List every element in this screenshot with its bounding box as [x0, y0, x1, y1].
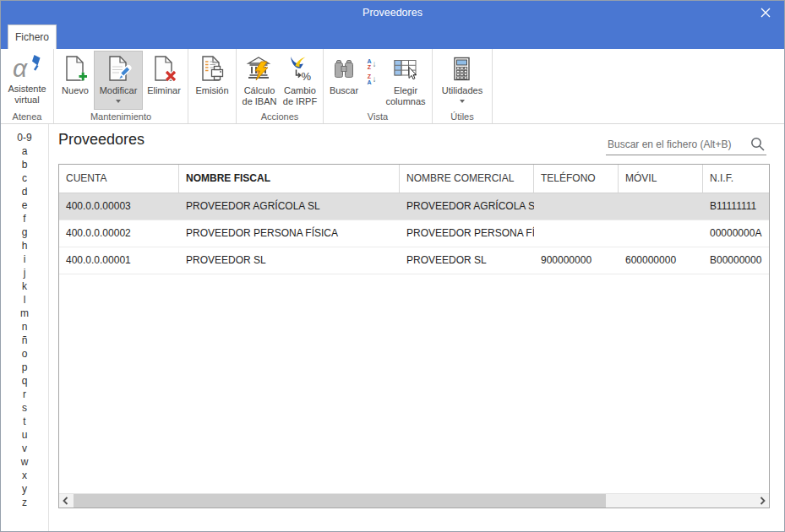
sort-ascending-button[interactable]: AZ ↓	[362, 57, 382, 71]
alphabet-item[interactable]: u	[1, 428, 48, 442]
column-header-telefono[interactable]: TELÉFONO	[534, 165, 619, 193]
cell-nombre-comercial: PROVEEDOR AGRÍCOLA SL	[400, 193, 534, 220]
bank-lightning-icon	[245, 53, 274, 85]
alphabet-item[interactable]: o	[1, 347, 48, 361]
document-x-icon	[150, 53, 178, 85]
cell-nombre-comercial: PROVEEDOR SL	[400, 247, 534, 274]
document-printer-icon	[198, 53, 226, 85]
cell-nif: 00000000A	[703, 220, 770, 247]
elegir-columnas-button[interactable]: Elegircolumnas	[382, 51, 429, 110]
cell-movil: 600000000	[619, 247, 703, 274]
alphabet-item[interactable]: 0-9	[1, 131, 48, 144]
chevron-left-icon	[63, 497, 69, 505]
alphabet-item[interactable]: n	[1, 320, 48, 334]
emision-button[interactable]: Emisión	[191, 51, 233, 110]
scroll-left-button[interactable]	[59, 494, 73, 508]
cell-telefono	[534, 193, 619, 220]
alphabet-item[interactable]: e	[1, 198, 48, 212]
table-header-row: CUENTA NOMBRE FISCAL NOMBRE COMERCIAL TE…	[59, 165, 769, 193]
table-row[interactable]: 400.0.0.00002 PROVEEDOR PERSONA FÍSICA P…	[59, 220, 769, 247]
column-header-cuenta[interactable]: CUENTA	[59, 165, 179, 193]
scroll-right-button[interactable]	[755, 494, 769, 508]
app-window: Proveedores Fichero α	[0, 0, 785, 532]
cell-telefono: 900000000	[534, 247, 619, 274]
horizontal-scrollbar[interactable]	[59, 493, 769, 508]
eliminar-button[interactable]: Eliminar	[143, 51, 185, 110]
search-icon	[750, 137, 765, 151]
cell-nif: B11111111	[703, 193, 770, 220]
utilidades-button[interactable]: Utilidades	[435, 51, 489, 110]
alphabet-item[interactable]: l	[1, 293, 48, 307]
column-header-nombre-fiscal[interactable]: NOMBRE FISCAL	[179, 165, 400, 193]
alphabet-item[interactable]: g	[1, 225, 48, 239]
alphabet-item[interactable]: b	[1, 158, 48, 171]
alphabet-item[interactable]: i	[1, 252, 48, 266]
column-header-movil[interactable]: MÓVIL	[619, 165, 703, 193]
alphabet-item[interactable]: ñ	[1, 334, 48, 347]
calculo-de-iban-button[interactable]: Cálculode IBAN	[239, 51, 280, 110]
scrollbar-track[interactable]	[73, 494, 755, 508]
cell-movil	[619, 193, 703, 220]
sort-buttons: AZ ↓ ZA ↓	[362, 51, 382, 86]
column-header-nombre-comercial[interactable]: NOMBRE COMERCIAL	[400, 165, 534, 193]
sort-descending-button[interactable]: ZA ↓	[362, 73, 382, 86]
alphabet-item[interactable]: p	[1, 361, 48, 374]
cell-nombre-comercial: PROVEEDOR PERSONA FÍSI...	[400, 220, 534, 247]
table-row[interactable]: 400.0.0.00003 PROVEEDOR AGRÍCOLA SL PROV…	[59, 193, 769, 220]
cell-nif: B00000000	[703, 247, 770, 274]
search-input[interactable]	[606, 138, 747, 151]
svg-text:%: %	[302, 70, 312, 83]
ribbon-group-utiles: Utilidades Útiles	[433, 49, 493, 123]
tab-strip: Fichero	[1, 24, 784, 49]
alphabet-item[interactable]: x	[1, 469, 48, 482]
document-pencil-icon	[104, 53, 133, 85]
alphabet-item[interactable]: c	[1, 171, 48, 185]
alphabet-item[interactable]: y	[1, 482, 48, 496]
alphabet-item[interactable]: d	[1, 185, 48, 198]
alphabet-item[interactable]: m	[1, 307, 48, 320]
cambio-de-irpf-button[interactable]: % Cambiode IRPF	[280, 51, 320, 110]
close-icon	[760, 8, 771, 18]
document-plus-icon	[61, 53, 90, 85]
modificar-button[interactable]: Modificar	[94, 51, 143, 110]
alphabet-item[interactable]: h	[1, 239, 48, 252]
ribbon-group-atenea: α Asistentevirtual Atenea	[1, 49, 54, 123]
alphabet-item[interactable]: j	[1, 266, 48, 280]
chevron-right-icon	[759, 497, 766, 505]
alphabet-item[interactable]: w	[1, 455, 48, 469]
choose-columns-icon	[391, 53, 420, 85]
asistente-virtual-button[interactable]: α Asistentevirtual	[3, 51, 51, 110]
cell-cuenta: 400.0.0.00002	[59, 220, 179, 247]
group-label-vista: Vista	[324, 111, 432, 122]
alphabet-item[interactable]: v	[1, 442, 48, 455]
cell-nombre-fiscal: PROVEEDOR SL	[179, 247, 400, 274]
alphabet-item[interactable]: s	[1, 401, 48, 415]
cell-nombre-fiscal: PROVEEDOR AGRÍCOLA SL	[179, 193, 400, 220]
alphabet-item[interactable]: t	[1, 415, 48, 428]
ribbon-group-vista: Buscar AZ ↓ ZA ↓	[324, 49, 433, 123]
alphabet-item[interactable]: f	[1, 212, 48, 225]
ribbon: α Asistentevirtual Atenea	[1, 49, 784, 124]
providers-table: CUENTA NOMBRE FISCAL NOMBRE COMERCIAL TE…	[58, 164, 770, 508]
buscar-button[interactable]: Buscar	[326, 51, 362, 110]
ribbon-group-emision: Emisión	[188, 49, 237, 123]
table-row[interactable]: 400.0.0.00001 PROVEEDOR SL PROVEEDOR SL …	[59, 247, 769, 274]
file-search-box	[606, 134, 766, 155]
alphabet-item[interactable]: r	[1, 388, 48, 401]
svg-text:α: α	[13, 54, 28, 82]
alphabet-item[interactable]: a	[1, 144, 48, 158]
arrow-down-icon: ↓	[373, 60, 377, 68]
cell-telefono	[534, 220, 619, 247]
group-label-atenea: Atenea	[1, 111, 53, 122]
cell-movil	[619, 220, 703, 247]
tab-fichero[interactable]: Fichero	[8, 24, 57, 49]
group-label-utiles: Útiles	[433, 111, 492, 122]
column-header-nif[interactable]: N.I.F.	[703, 165, 770, 193]
content-area: 0-9 a b c d e f g h i j k l m n ñ o p q …	[1, 124, 784, 531]
alphabet-item[interactable]: q	[1, 374, 48, 388]
nuevo-button[interactable]: Nuevo	[57, 51, 94, 110]
close-button[interactable]	[752, 1, 779, 24]
alphabet-item[interactable]: k	[1, 280, 48, 293]
scrollbar-thumb[interactable]	[74, 494, 606, 508]
alphabet-item[interactable]: z	[1, 496, 48, 509]
